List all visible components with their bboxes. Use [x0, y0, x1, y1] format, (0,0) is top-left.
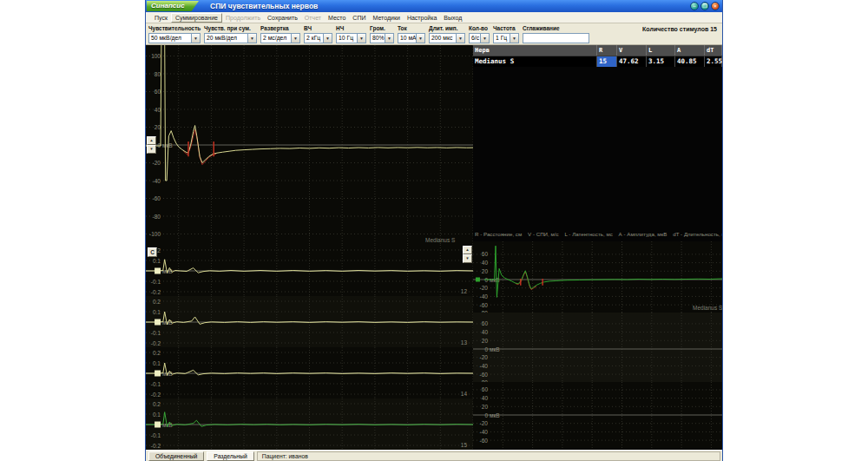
svg-text:0.2: 0.2: [153, 401, 161, 407]
window-controls: – ❐ ×: [690, 2, 720, 10]
svg-text:-0.1: -0.1: [151, 381, 161, 387]
patient-label: Пациент: иванов: [257, 451, 720, 461]
svg-text:-60: -60: [480, 302, 489, 308]
sensitivity-select[interactable]: 50 мкВ/дел▼: [148, 33, 201, 43]
svg-text:0: 0: [484, 412, 488, 418]
volume-select[interactable]: 80%▼: [370, 33, 394, 43]
menu-item-methods[interactable]: Методики: [369, 14, 403, 22]
app-window: Синапсис СПИ чувствительных нервов – ❐ ×…: [146, 0, 722, 461]
control-sensitivity: Чувствительность 50 мкВ/дел▼: [148, 24, 201, 44]
svg-text:-20: -20: [480, 354, 489, 360]
current-select[interactable]: 10 мА▼: [398, 33, 425, 43]
svg-text:-40: -40: [153, 178, 161, 184]
sweep-chart-14[interactable]: 14 0.20.10мкВ-0.1-0.2-0.3: [146, 347, 473, 398]
control-pulse-duration: Длит. имп. 200 мкс▼: [429, 24, 465, 44]
col-a: A: [675, 45, 705, 56]
right-empty-chart-3[interactable]: 6040200мкВ-20-40-60: [473, 382, 722, 450]
spinner-down-icon[interactable]: ▼: [463, 254, 472, 263]
pulse-duration-select[interactable]: 200 мкс▼: [429, 33, 465, 43]
svg-text:0.2: 0.2: [153, 350, 161, 356]
abbreviation-legend: R - Расстояние, см V - СПИ, м/с L - Лате…: [473, 227, 722, 241]
spinner-down-icon[interactable]: ▼: [147, 145, 156, 154]
chevron-down-icon[interactable]: ▼: [323, 34, 332, 43]
menu-item-report: Отчет: [301, 14, 325, 22]
chevron-down-icon[interactable]: ▼: [480, 34, 489, 43]
sweep-number: 13: [461, 339, 467, 346]
chevron-down-icon[interactable]: ▼: [456, 34, 464, 43]
svg-text:40: 40: [155, 107, 161, 113]
control-sweep: Развертка 2 мс/дел▼: [260, 24, 300, 44]
sweep-number: 12: [461, 288, 467, 294]
sweep-chart-12[interactable]: 12 0.20.10мкВ-0.1-0.2-0.3: [146, 245, 473, 296]
title-bar[interactable]: Синапсис СПИ чувствительных нервов – ❐ ×: [146, 0, 722, 12]
count-select[interactable]: 6/с▼: [469, 33, 490, 43]
menu-item-save[interactable]: Сохранить: [264, 14, 301, 22]
chevron-down-icon[interactable]: ▼: [385, 34, 393, 43]
chevron-down-icon[interactable]: ▼: [247, 34, 256, 43]
svg-text:-60: -60: [480, 438, 489, 444]
svg-text:20: 20: [482, 268, 489, 274]
right-empty-chart-2[interactable]: 6040200мкВ-20-40-60-80: [473, 313, 722, 382]
tab-combined[interactable]: Объединенный: [148, 451, 204, 461]
svg-text:0.2: 0.2: [153, 299, 161, 305]
svg-text:Medianus S: Medianus S: [693, 305, 722, 311]
control-lowpass: НЧ 10 Гц▼: [336, 24, 366, 44]
status-bar: Объединенный Раздельный Пациент: иванов: [146, 450, 722, 461]
svg-text:0.1: 0.1: [153, 360, 161, 366]
svg-text:-100: -100: [149, 231, 161, 237]
svg-text:-20: -20: [480, 285, 489, 291]
tab-separate[interactable]: Раздельный: [207, 451, 253, 461]
chevron-down-icon[interactable]: ▼: [191, 34, 200, 43]
baseline-spinner: ▲ ▼: [147, 136, 156, 154]
svg-text:60: 60: [155, 89, 161, 95]
chevron-down-icon[interactable]: ▼: [357, 34, 365, 43]
chevron-down-icon[interactable]: ▼: [291, 34, 299, 43]
maximize-button[interactable]: ❐: [700, 2, 709, 10]
control-sum-sensitivity: Чувств. при сум. 20 мкВ/дел▼: [204, 24, 257, 44]
chevron-down-icon[interactable]: ▼: [510, 34, 518, 43]
svg-text:мкВ: мкВ: [490, 412, 500, 418]
col-dt: dT: [705, 45, 722, 56]
sweep-select[interactable]: 2 мс/дел▼: [260, 33, 300, 43]
sweep-chart-15[interactable]: 15 0.20.10мкВ-0.1-0.2-0.3: [146, 398, 473, 450]
smoothing-input[interactable]: [523, 33, 589, 43]
right-average-chart[interactable]: 6040200мкВ-20-40-60-80Medianus S: [473, 241, 722, 313]
svg-text:40: 40: [482, 395, 489, 401]
clear-sweeps-button[interactable]: C: [148, 247, 157, 257]
chevron-down-icon[interactable]: ▼: [416, 34, 424, 43]
lowpass-select[interactable]: 10 Гц▼: [336, 33, 366, 43]
spinner-up-icon[interactable]: ▲: [147, 136, 156, 145]
sweep-number: 15: [461, 442, 467, 448]
control-smoothing: Сглаживание: [523, 24, 589, 44]
control-current: Ток 10 мА▼: [398, 24, 425, 44]
svg-text:-20: -20: [153, 160, 161, 166]
menu-item-ncv[interactable]: СПИ: [349, 14, 369, 22]
svg-text:-40: -40: [480, 429, 489, 435]
highpass-select[interactable]: 2 кГц▼: [304, 33, 332, 43]
svg-text:0.1: 0.1: [153, 309, 161, 315]
menu-item-exit[interactable]: Выход: [440, 14, 465, 22]
menu-item-summation[interactable]: Суммирование: [171, 13, 222, 23]
svg-text:-0.1: -0.1: [151, 279, 161, 285]
sweep-chart-13[interactable]: 13 0.20.10мкВ-0.1-0.2-0.3: [146, 296, 473, 347]
close-button[interactable]: ×: [711, 2, 720, 10]
svg-text:20: 20: [155, 124, 161, 130]
menu-item-site[interactable]: Место: [325, 14, 349, 22]
results-table: Нерв R V L A dT Medianus S 15 47.62 3.15…: [473, 45, 722, 67]
svg-text:-0.2: -0.2: [151, 340, 161, 346]
toolbar: Чувствительность 50 мкВ/дел▼ Чувств. при…: [146, 23, 722, 45]
menu-item-settings[interactable]: Настройка: [404, 14, 440, 22]
table-row[interactable]: Medianus S 15 47.62 3.15 40.85 2.55: [473, 56, 722, 67]
content-area: 100806040200мкВ-20-40-60-80-100Medianus …: [146, 45, 722, 450]
menu-item-start[interactable]: Пуск: [151, 14, 171, 22]
main-average-chart[interactable]: 100806040200мкВ-20-40-60-80-100Medianus …: [146, 45, 473, 245]
menu-bar: Пуск Суммирование Продолжить Сохранить О…: [146, 12, 722, 23]
svg-text:60: 60: [482, 386, 489, 392]
sweep-scroll-spinner: ▲ ▼: [463, 246, 472, 263]
minimize-button[interactable]: –: [690, 2, 699, 10]
col-nerve: Нерв: [473, 45, 597, 56]
spinner-up-icon[interactable]: ▲: [463, 246, 472, 254]
svg-text:Medianus S: Medianus S: [425, 237, 456, 243]
sum-sensitivity-select[interactable]: 20 мкВ/дел▼: [204, 33, 257, 43]
frequency-select[interactable]: 1 Гц▼: [493, 33, 519, 43]
